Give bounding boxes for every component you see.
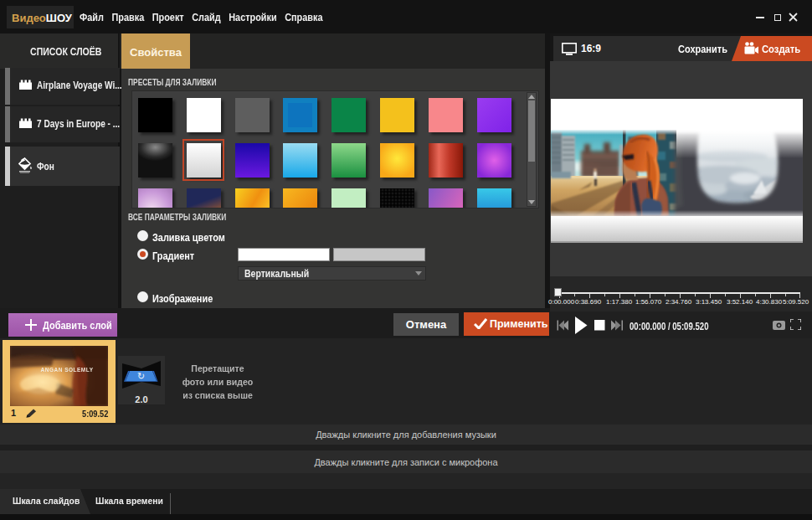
svg-text:ANGAN SOLEMLY: ANGAN SOLEMLY (41, 367, 94, 373)
svg-text:↻: ↻ (137, 371, 145, 381)
